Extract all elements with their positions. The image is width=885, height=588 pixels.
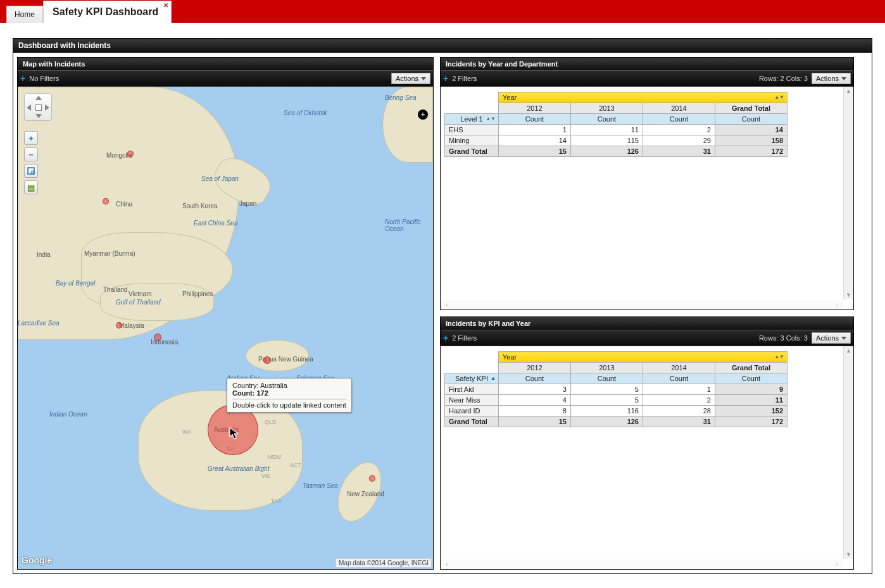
grand-total-row: Grand Total 15 126 31 172 [445,146,788,157]
map-attribution: Map data ©2014 Google, INEGI [336,558,432,568]
table-row[interactable]: Hazard ID 8 116 28 152 [445,406,788,416]
state-label: WA [182,428,191,435]
sea-label: East China Sea [194,220,238,227]
sea-label: Gulf of Thailand [116,299,161,306]
safety-kpi-header[interactable]: Safety KPI▲ [445,373,499,384]
col-grand-total[interactable]: Grand Total [715,363,787,373]
level1-header[interactable]: Level 1▲▼ [445,114,499,125]
tab-dashboard[interactable]: Safety KPI Dashboard ✕ [43,1,172,23]
table-row[interactable]: Near Miss 4 5 2 11 [445,395,788,406]
year-header[interactable]: Year▲▼ [498,92,787,103]
map-filter-label[interactable]: No Filters [29,75,59,82]
box-zoom-button[interactable] [24,164,38,178]
country-label: Philippines [182,291,213,297]
dept-actions-button[interactable]: Actions [812,73,851,84]
zoom-in-button[interactable]: + [24,131,38,145]
vertical-scrollbar[interactable]: ▲▼ [843,346,853,559]
sea-label: Bering Sea [385,94,416,101]
country-label: Malaysia [119,322,144,329]
country-label: China [116,201,132,208]
sort-icon[interactable]: ▲▼ [774,354,784,360]
country-label: Japan [239,200,256,207]
tooltip-count: Count: 172 [232,389,346,397]
map-canvas[interactable]: India China Mongolia Japan South Korea V… [18,87,433,569]
year-header[interactable]: Year▲▼ [498,352,787,363]
svg-point-1 [31,171,34,173]
country-label: Myanmar (Burma) [84,250,135,257]
sort-icon[interactable]: ▲▼ [774,94,784,100]
col-2013[interactable]: 2013 [570,103,643,114]
sea-label: Indian Ocean [49,411,87,418]
sea-label: Tasman Sea [303,482,338,489]
map-tooltip: Country: Australia Count: 172 Double-cli… [227,378,352,413]
table-row[interactable]: First Aid 3 5 1 9 [445,384,788,395]
map-actions-label: Actions [396,75,418,82]
state-label: QLD [265,419,277,425]
horizontal-scrollbar[interactable]: ‹› [441,300,843,309]
state-label: NSW [268,454,281,460]
sea-label: Laccadive Sea [18,320,60,327]
top-tab-bar: Home Safety KPI Dashboard ✕ [0,0,885,23]
col-2012[interactable]: 2012 [498,363,570,373]
zoom-out-button[interactable]: − [24,147,38,161]
col-2012[interactable]: 2012 [498,103,570,114]
map-panel: Map with Incidents + No Filters Actions [17,57,434,570]
dept-toolbar: + 2 Filters Rows: 2 Cols: 3 Actions [441,71,853,87]
horizontal-scrollbar[interactable]: ‹› [441,560,843,568]
dept-filter-label[interactable]: 2 Filters [452,75,477,82]
sea-label: North Pacific Ocean [385,218,433,232]
map-toolbar: + No Filters Actions [18,71,433,87]
kpi-toolbar: + 2 Filters Rows: 3 Cols: 3 Actions [441,330,853,346]
map-actions-button[interactable]: Actions [391,73,430,84]
dept-panel-title: Incidents by Year and Department [441,58,853,71]
kpi-actions-button[interactable]: Actions [812,332,851,344]
tooltip-hint: Double-click to update linked content [232,401,346,409]
close-tab-icon[interactable]: ✕ [163,2,168,9]
cursor-icon [229,427,239,440]
kpi-actions-label: Actions [816,334,839,342]
country-label: New Zealand [347,491,384,497]
map-panel-title: Map with Incidents [18,58,433,71]
tooltip-country: Country: Australia [232,382,346,389]
dept-pivot-table[interactable]: Year▲▼ 2012 2013 2014 Grand Total Level … [444,92,788,157]
kpi-body: Year▲▼ 2012 2013 2014 Grand Total Safety… [441,346,853,569]
caret-down-icon [421,77,426,80]
tab-home[interactable]: Home [6,6,43,23]
add-filter-icon[interactable]: + [20,74,25,83]
sea-label: Sea of Japan [201,175,239,182]
caret-down-icon [841,337,846,340]
state-label: TAS [271,498,282,504]
map-marker-png[interactable] [263,356,271,364]
caret-down-icon [841,77,846,80]
map-marker-china[interactable] [103,198,109,204]
map-add-icon[interactable]: + [418,109,428,120]
sea-label: Great Australian Bight [208,465,269,472]
col-2013[interactable]: 2013 [570,363,643,373]
map-marker-indonesia[interactable] [154,334,161,341]
google-logo: Google [22,555,52,565]
kpi-pivot-table[interactable]: Year▲▼ 2012 2013 2014 Grand Total Safety… [444,351,788,427]
dept-rows-cols: Rows: 2 Cols: 3 [759,75,808,82]
grand-total-row: Grand Total 15 126 31 172 [445,416,788,427]
layers-button[interactable]: ▤ [24,180,38,194]
table-row[interactable]: EHS 1 11 2 14 [445,125,788,135]
vertical-scrollbar[interactable]: ▲▼ [843,87,853,299]
add-filter-icon[interactable]: + [443,334,448,342]
map-marker-malaysia[interactable] [116,322,122,328]
country-label: Thailand [103,286,127,293]
col-2014[interactable]: 2014 [643,103,715,114]
kpi-filter-label[interactable]: 2 Filters [452,334,477,342]
map-marker-nz[interactable] [369,475,375,482]
col-2014[interactable]: 2014 [643,363,715,373]
kpi-panel-title: Incidents by KPI and Year [441,317,853,330]
sort-asc-icon[interactable]: ▲ [491,375,496,381]
col-grand-total[interactable]: Grand Total [715,103,787,114]
state-label: ACT [290,462,301,468]
table-row[interactable]: Mining 14 115 29 158 [445,135,788,146]
map-marker-mongolia[interactable] [127,151,134,157]
add-filter-icon[interactable]: + [443,74,448,83]
kpi-rows-cols: Rows: 3 Cols: 3 [759,334,808,342]
pan-control[interactable] [24,93,52,121]
kpi-panel: Incidents by KPI and Year + 2 Filters Ro… [440,316,854,570]
sort-icon[interactable]: ▲▼ [486,116,496,122]
